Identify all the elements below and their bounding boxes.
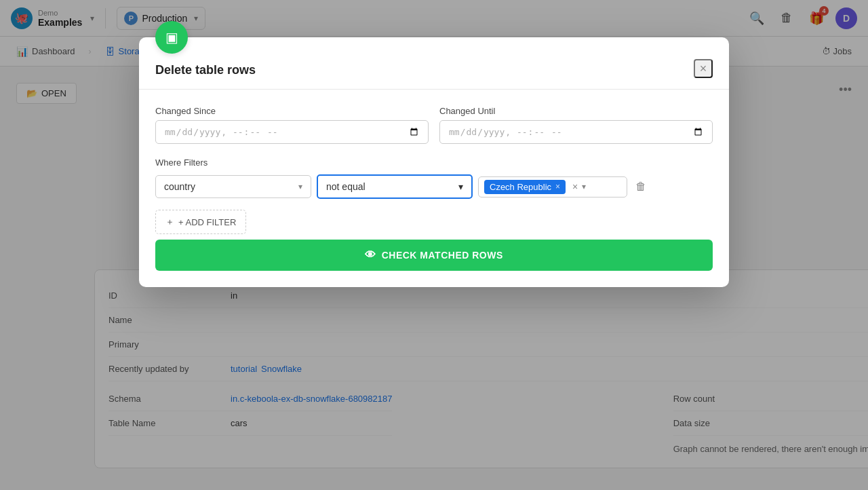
changed-until-label: Changed Until xyxy=(439,106,713,116)
filter-operator-chevron-icon: ▾ xyxy=(458,181,463,192)
filter-value-field[interactable]: Czech Republic × × ▾ xyxy=(478,176,627,197)
modal-header: Delete table rows × xyxy=(139,37,729,90)
filter-operator-value: not equal xyxy=(326,181,366,192)
modal-close-button[interactable]: × xyxy=(694,59,713,78)
eye-icon: 👁 xyxy=(365,249,376,261)
add-filter-button[interactable]: ＋ + ADD FILTER xyxy=(155,210,246,234)
add-filter-label: + ADD FILTER xyxy=(178,217,236,227)
filter-value-clear-icon[interactable]: × xyxy=(572,181,578,192)
add-filter-plus-icon: ＋ xyxy=(165,216,174,228)
filter-value-chevron-icon[interactable]: ▾ xyxy=(582,182,586,191)
filter-field-value: country xyxy=(164,181,195,192)
where-filters-label: Where Filters xyxy=(155,157,713,168)
changed-until-input[interactable] xyxy=(439,120,713,144)
modal-body: Changed Since Changed Until Where Filter… xyxy=(139,90,729,287)
delete-rows-modal: ▣ Delete table rows × Changed Since Chan… xyxy=(139,37,729,287)
check-button-label: CHECK MATCHED ROWS xyxy=(382,250,503,261)
filter-value-tag: Czech Republic × xyxy=(484,180,566,194)
changed-since-group: Changed Since xyxy=(155,106,429,144)
changed-since-label: Changed Since xyxy=(155,106,429,116)
filter-row: country ▾ not equal ▾ Czech Republic × ×… xyxy=(155,174,713,199)
modal-title: Delete table rows xyxy=(155,63,256,77)
filter-tag-remove-button[interactable]: × xyxy=(555,182,560,191)
modal-icon-symbol: ▣ xyxy=(165,29,178,45)
filter-tag-text: Czech Republic xyxy=(490,182,551,192)
check-matched-rows-button[interactable]: 👁 CHECK MATCHED ROWS xyxy=(155,240,713,271)
date-filter-row: Changed Since Changed Until xyxy=(155,106,713,144)
changed-since-input[interactable] xyxy=(155,120,429,144)
filter-field-selector[interactable]: country ▾ xyxy=(155,175,311,198)
modal-icon: ▣ xyxy=(155,21,188,54)
modal-overlay: ▣ Delete table rows × Changed Since Chan… xyxy=(0,0,868,490)
filter-operator-selector[interactable]: not equal ▾ xyxy=(317,174,473,199)
delete-filter-icon[interactable]: 🗑 xyxy=(635,181,646,193)
changed-until-group: Changed Until xyxy=(439,106,713,144)
filter-field-chevron-icon: ▾ xyxy=(298,182,302,191)
